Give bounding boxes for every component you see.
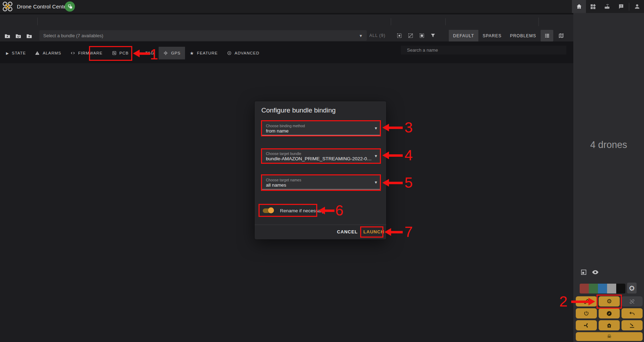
rename-toggle-row: Rename if necessary (262, 206, 325, 215)
field-value: bundle-AMAZON_PRIME_STREAMING-2022-0… (266, 156, 371, 161)
takeoff-button[interactable] (599, 320, 620, 330)
swatch-black[interactable] (616, 284, 625, 293)
bundle-select-dropdown[interactable]: Select a bundle (7 availables) ▾ (39, 30, 367, 41)
feedback-alert-icon (618, 4, 624, 10)
tab-state[interactable]: ▶ STATE (1, 47, 30, 59)
power-icon (583, 310, 589, 317)
binding-method-select[interactable]: Choose binding method from name ▾ (262, 121, 380, 135)
tab-pcb[interactable]: PCB (107, 47, 133, 59)
list-view-button[interactable] (541, 30, 553, 41)
home-icon (576, 3, 582, 10)
swatch-red[interactable] (580, 284, 589, 293)
cancel-button[interactable]: CANCEL (334, 227, 361, 237)
group-button-default[interactable]: DEFAULT (449, 30, 478, 41)
dialog-title: Configure bundle binding (261, 107, 336, 114)
chevron-down-icon: ▾ (375, 180, 377, 185)
configure-bundle-binding-dialog: Configure bundle binding Choose binding … (255, 101, 386, 239)
landing-button[interactable] (621, 320, 643, 330)
toolbar-divider (445, 18, 446, 25)
topbar-right-icons (572, 0, 644, 13)
feedback-button[interactable] (614, 0, 628, 13)
target-names-select[interactable]: Choose target names all names ▾ (262, 175, 380, 189)
tab-feature[interactable]: ★ FEATURE (185, 47, 222, 59)
eye-icon[interactable] (592, 269, 599, 276)
field-label: Choose binding method (266, 124, 305, 128)
panel-tool-icons (580, 269, 599, 276)
widgets-button[interactable] (586, 0, 600, 13)
bundle-toolbar: Select a bundle (7 availables) ▾ ALL (9)… (0, 14, 573, 41)
link-button[interactable] (576, 296, 597, 306)
group-filter-buttons: DEFAULT SPARES PROBLEMS (449, 30, 541, 41)
connection-status-button[interactable] (65, 1, 75, 12)
filter-tabs: ▶ STATE ALARMS FIRMWARE PCB (1, 47, 264, 59)
nfc-icon (112, 51, 117, 56)
swatch-blue[interactable] (598, 284, 607, 293)
search-input[interactable] (401, 46, 566, 54)
rename-toggle[interactable] (262, 207, 274, 214)
toolbar-divider (37, 18, 38, 25)
skull-icon: ☠ (607, 334, 611, 339)
gear-icon: ⚙ (606, 298, 612, 304)
undo-icon (629, 310, 635, 317)
router-icon (604, 3, 611, 10)
folder-close-icon[interactable] (4, 33, 11, 41)
link-off-icon (629, 298, 635, 305)
devices-network-icon (67, 4, 73, 9)
target-icon (227, 51, 232, 56)
bundle-folder-actions (4, 33, 32, 41)
field-value: all names (266, 182, 286, 188)
folder-sync-icon[interactable] (15, 33, 21, 41)
app-title: Drone Control Center (17, 0, 69, 13)
selection-actions (396, 30, 436, 41)
account-icon (634, 3, 640, 10)
motors-button[interactable] (576, 320, 597, 330)
deselect-icon[interactable] (408, 33, 414, 39)
tab-advanced[interactable]: ADVANCED (222, 47, 264, 59)
kill-switch-button[interactable]: ☠ (576, 332, 643, 341)
launch-button[interactable]: LAUNCH (361, 227, 387, 237)
router-button[interactable] (600, 0, 614, 13)
takeoff-icon (606, 322, 612, 329)
tab-firmware[interactable]: FIRMWARE (66, 47, 107, 59)
select-all-icon[interactable] (396, 33, 402, 39)
map-view-button[interactable] (555, 30, 567, 41)
all-count-label: ALL (9) (369, 30, 385, 41)
gps-fixed-icon (163, 51, 168, 56)
tab-alarms[interactable]: ALARMS (30, 47, 66, 59)
filter-icon[interactable] (430, 33, 436, 38)
warning-icon (35, 51, 40, 56)
select-inverse-icon[interactable] (419, 33, 425, 39)
star-icon: ★ (190, 51, 194, 56)
tab-gps[interactable]: GPS (159, 47, 185, 59)
compass-button[interactable] (599, 308, 620, 318)
folder-add-icon[interactable] (26, 33, 32, 41)
rename-toggle-label: Rename if necessary (280, 208, 325, 213)
play-icon: ▶ (6, 51, 9, 55)
group-button-spares[interactable]: SPARES (478, 30, 506, 41)
field-value: from name (266, 128, 289, 134)
home-button[interactable] (572, 0, 586, 13)
toolbar-divider (538, 18, 539, 26)
swatch-gray[interactable] (607, 284, 616, 293)
top-app-bar: Drone Control Center (0, 0, 644, 13)
code-icon (70, 51, 75, 56)
drone-action-buttons: ⚙ ☠ (576, 296, 642, 342)
account-button[interactable] (630, 0, 644, 13)
undo-button[interactable] (621, 308, 643, 318)
dialog-footer-divider (255, 225, 386, 225)
power-button[interactable] (576, 308, 597, 318)
auto-color-button[interactable]: ⚙A (627, 283, 637, 293)
map-view-icon (558, 33, 564, 39)
chevron-down-icon: ▾ (375, 153, 377, 159)
compass-icon (606, 310, 612, 317)
tab-tag[interactable]: TAG (133, 47, 159, 59)
target-bundle-select[interactable]: Choose target bundle bundle-AMAZON_PRIME… (262, 149, 380, 163)
widgets-icon (590, 4, 596, 10)
frame-select-icon[interactable] (580, 269, 587, 276)
settings-button[interactable]: ⚙ (599, 296, 620, 306)
chevron-down-icon: ▾ (375, 125, 377, 131)
topbar-divider (629, 3, 629, 11)
swatch-green[interactable] (589, 284, 598, 293)
link-icon (583, 298, 589, 305)
group-button-problems[interactable]: PROBLEMS (506, 30, 541, 41)
